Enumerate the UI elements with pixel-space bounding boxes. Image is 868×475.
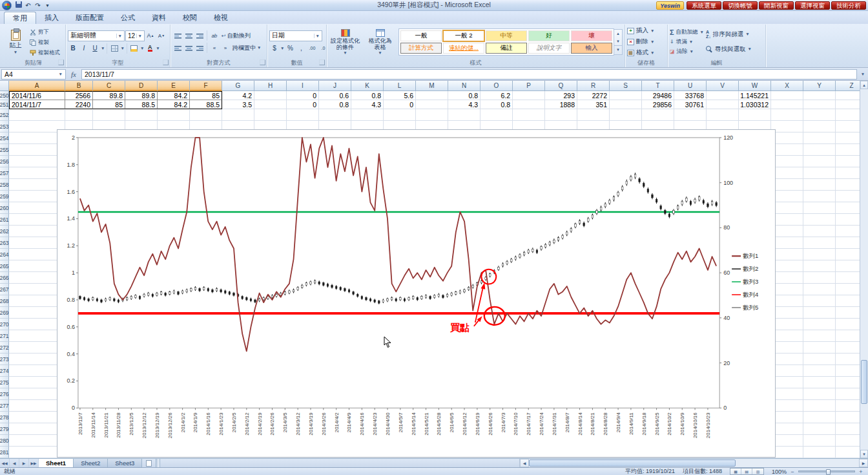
- row-header-281[interactable]: 281: [0, 447, 9, 458]
- cell-R252[interactable]: [577, 109, 610, 121]
- cell-F251[interactable]: 88.5: [190, 100, 222, 109]
- cell-style-連結的儲...[interactable]: 連結的儲...: [443, 43, 484, 54]
- cell-J250[interactable]: 0.6: [319, 91, 351, 100]
- first-sheet-button[interactable]: ◀◀: [0, 459, 10, 467]
- cell-W252[interactable]: [739, 109, 771, 121]
- cell-I251[interactable]: 0: [287, 100, 319, 109]
- fx-icon[interactable]: fx: [68, 70, 79, 78]
- cell-D252[interactable]: [125, 109, 158, 121]
- cell-X257[interactable]: [771, 167, 803, 179]
- page-layout-view-button[interactable]: ▤: [741, 469, 752, 474]
- column-header-X[interactable]: X: [771, 81, 803, 91]
- cell-W251[interactable]: 1.030312: [739, 100, 771, 109]
- cell-L252[interactable]: [384, 109, 416, 121]
- row-header-250[interactable]: 250: [0, 91, 9, 100]
- cell-S252[interactable]: [610, 109, 642, 121]
- ribbon-tab-插入[interactable]: 插入: [36, 12, 67, 24]
- cell-Y271[interactable]: [803, 330, 836, 342]
- scroll-up-button[interactable]: ▲: [860, 81, 868, 89]
- cell-E250[interactable]: 84.2: [158, 91, 190, 100]
- cell-Y250[interactable]: [803, 91, 836, 100]
- cell-X281[interactable]: [771, 447, 803, 458]
- cell-Y253[interactable]: [803, 121, 836, 132]
- cell-K251[interactable]: 4.3: [351, 100, 384, 109]
- row-header-267[interactable]: 267: [0, 284, 9, 295]
- normal-view-button[interactable]: ▦: [730, 469, 741, 474]
- number-format-select[interactable]: 日期▼: [269, 30, 322, 41]
- cell-style-說明文字[interactable]: 說明文字: [528, 43, 570, 54]
- format-painter-button[interactable]: 複製格式: [30, 48, 60, 57]
- formula-input[interactable]: 2013/11/7: [81, 69, 857, 79]
- underline-button[interactable]: U: [90, 43, 100, 54]
- row-header-278[interactable]: 278: [0, 412, 9, 423]
- row-header-280[interactable]: 280: [0, 435, 9, 447]
- row-header-252[interactable]: 252: [0, 109, 9, 121]
- cell-Y275[interactable]: [803, 377, 836, 388]
- column-header-Y[interactable]: Y: [803, 81, 836, 91]
- cell-Y261[interactable]: [803, 214, 836, 226]
- column-header-H[interactable]: H: [254, 81, 287, 91]
- cell-D250[interactable]: 89.8: [125, 91, 158, 100]
- chevron-down-icon[interactable]: ▼: [101, 47, 105, 50]
- cell-T250[interactable]: 29486: [642, 91, 674, 100]
- align-center-button[interactable]: [183, 43, 194, 53]
- shrink-font-button[interactable]: A▼: [156, 30, 167, 41]
- font-size-select[interactable]: 12▼: [125, 30, 145, 41]
- cell-Y262[interactable]: [803, 226, 836, 237]
- cell-E252[interactable]: [158, 109, 190, 121]
- cell-T251[interactable]: 29856: [642, 100, 674, 109]
- scroll-left-button[interactable]: ◀: [520, 459, 529, 467]
- cell-style-輸入[interactable]: 輸入: [571, 43, 612, 54]
- cell-U251[interactable]: 30761: [674, 100, 707, 109]
- ribbon-tab-版面配置[interactable]: 版面配置: [67, 12, 112, 24]
- row-header-253[interactable]: 253: [0, 121, 9, 132]
- column-header-E[interactable]: E: [158, 81, 190, 91]
- title-button-選擇視窗[interactable]: 選擇視窗: [795, 1, 830, 10]
- increase-decimal-button[interactable]: .00: [307, 43, 317, 54]
- row-header-261[interactable]: 261: [0, 214, 9, 226]
- column-header-D[interactable]: D: [125, 81, 158, 91]
- cell-style-備註[interactable]: 備註: [486, 43, 527, 54]
- cell-C250[interactable]: 89.8: [93, 91, 125, 100]
- align-bottom-button[interactable]: [194, 30, 205, 41]
- cell-X268[interactable]: [771, 295, 803, 307]
- cell-X254[interactable]: [771, 132, 803, 144]
- row-header-265[interactable]: 265: [0, 260, 9, 272]
- cell-Y281[interactable]: [803, 447, 836, 458]
- column-header-W[interactable]: W: [739, 81, 771, 91]
- cell-X274[interactable]: [771, 365, 803, 377]
- italic-button[interactable]: I: [79, 43, 89, 54]
- grow-font-button[interactable]: A▲: [145, 30, 156, 41]
- cell-H252[interactable]: [254, 109, 287, 121]
- vertical-scroll-thumb[interactable]: [861, 360, 867, 404]
- chevron-down-icon[interactable]: ▼: [140, 47, 144, 50]
- horizontal-scroll-thumb[interactable]: [529, 459, 736, 467]
- cell-N250[interactable]: 0.8: [448, 91, 480, 100]
- cell-Y272[interactable]: [803, 342, 836, 354]
- undo-button[interactable]: ↶: [24, 2, 32, 9]
- cell-Y279[interactable]: [803, 423, 836, 435]
- cell-F250[interactable]: 85: [190, 91, 222, 100]
- horizontal-scrollbar[interactable]: ◀ ▶: [519, 459, 868, 467]
- cell-X275[interactable]: [771, 377, 803, 388]
- cell-M250[interactable]: [416, 91, 448, 100]
- cell-X272[interactable]: [771, 342, 803, 354]
- cell-Y257[interactable]: [803, 167, 836, 179]
- cell-R250[interactable]: 2272: [577, 91, 610, 100]
- cell-X271[interactable]: [771, 330, 803, 342]
- qat-dropdown-arrow-icon[interactable]: ▼: [43, 3, 52, 8]
- cell-style-一般[interactable]: 一般: [400, 30, 442, 41]
- row-header-259[interactable]: 259: [0, 191, 9, 202]
- cell-W250[interactable]: 1.145221: [739, 91, 771, 100]
- sheet-tab-Sheet2[interactable]: Sheet2: [74, 459, 108, 467]
- cell-M251[interactable]: [416, 100, 448, 109]
- title-button-切換帳號[interactable]: 切換帳號: [723, 1, 758, 10]
- cell-L251[interactable]: 0: [384, 100, 416, 109]
- cell-style-一般 2[interactable]: 一般 2: [443, 30, 484, 41]
- row-header-269[interactable]: 269: [0, 307, 9, 319]
- cell-D251[interactable]: 88.5: [125, 100, 158, 109]
- row-header-268[interactable]: 268: [0, 295, 9, 307]
- ribbon-tab-公式[interactable]: 公式: [112, 12, 143, 24]
- cell-X255[interactable]: [771, 144, 803, 156]
- accounting-format-button[interactable]: $: [269, 43, 280, 54]
